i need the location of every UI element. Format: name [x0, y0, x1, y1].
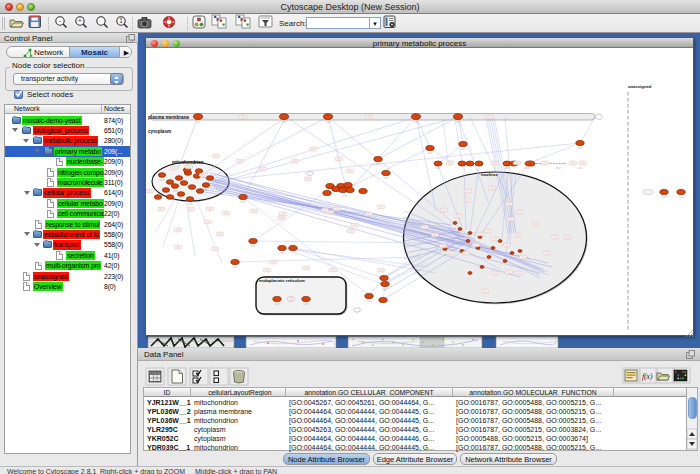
- svg-text:endoplasmic reticulum: endoplasmic reticulum: [259, 278, 305, 283]
- svg-text:+: +: [78, 17, 82, 24]
- svg-text:1: 1: [119, 17, 123, 24]
- svg-text:mitochondrion: mitochondrion: [172, 160, 204, 165]
- svg-text:unassigned: unassigned: [628, 84, 652, 89]
- svg-text:f(x): f(x): [642, 372, 653, 381]
- svg-text:plasma membrane: plasma membrane: [148, 115, 190, 120]
- svg-text:cytoplasm: cytoplasm: [148, 129, 171, 134]
- svg-text:nucleus: nucleus: [481, 172, 498, 177]
- svg-text:-: -: [59, 17, 61, 24]
